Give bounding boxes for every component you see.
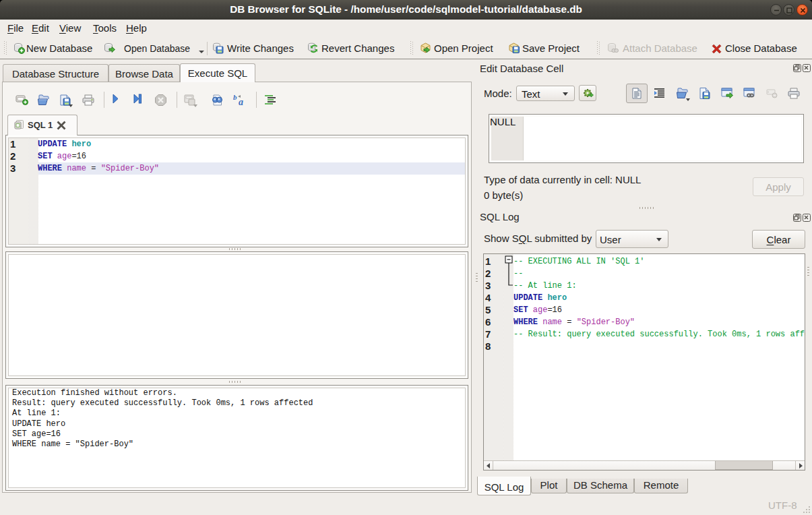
svg-text:b: b xyxy=(233,94,237,101)
svg-text:a: a xyxy=(239,97,243,107)
